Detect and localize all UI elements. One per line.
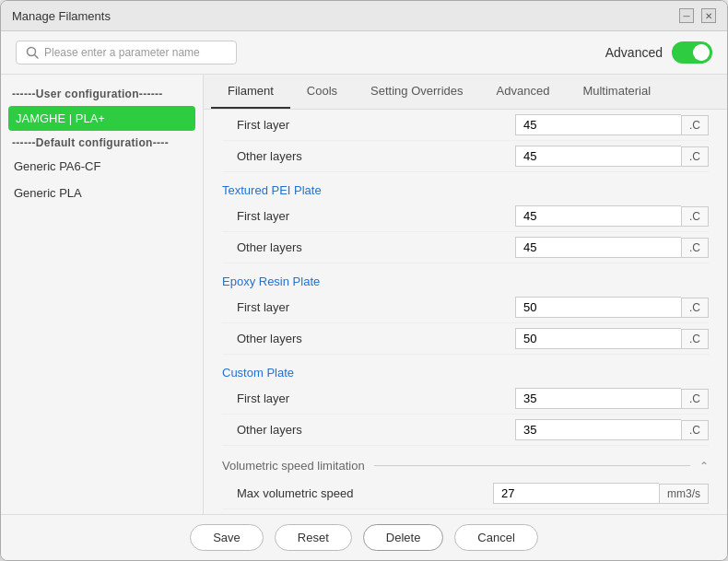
row-textured-other-layers: Other layers .C (222, 232, 709, 263)
custom-first-layer-input[interactable] (515, 388, 681, 409)
right-panel: Filament Cools Setting Overrides Advance… (204, 75, 727, 514)
custom-other-layers-label: Other layers (237, 423, 302, 437)
manage-filaments-window: Manage Filaments ─ ✕ Advanced ------Us (0, 0, 728, 561)
titlebar-controls: ─ ✕ (679, 8, 716, 23)
epoxy-resin-header: Epoxy Resin Plate (222, 263, 709, 292)
tabs-bar: Filament Cools Setting Overrides Advance… (204, 75, 727, 110)
footer: Save Reset Delete Cancel (1, 514, 727, 560)
textured-pei-header: Textured PEI Plate (222, 172, 709, 201)
section-textured-pei: Textured PEI Plate First layer .C Other … (222, 172, 709, 263)
user-config-header: ------User configuration------ (1, 84, 203, 104)
window-title: Manage Filaments (12, 9, 111, 23)
sidebar-item-generic-pa6cf[interactable]: Generic PA6-CF (1, 153, 203, 180)
epoxy-first-layer-input[interactable] (515, 297, 681, 318)
row-custom-other-layers: Other layers .C (222, 415, 709, 446)
section-epoxy-resin: Epoxy Resin Plate First layer .C Other l… (222, 263, 709, 355)
default-config-header: ------Default configuration---- (1, 133, 203, 153)
tab-cools[interactable]: Cools (290, 75, 354, 109)
max-volumetric-speed-input-wrap: mm3/s (493, 483, 709, 504)
textured-first-layer-input[interactable] (515, 205, 681, 227)
smooth-first-layer-input-wrap: .C (515, 114, 709, 135)
sidebar: ------User configuration------ JAMGHE | … (1, 75, 204, 514)
max-volumetric-speed-input[interactable] (493, 483, 659, 504)
content-area: First layer .C Other layers .C (204, 110, 727, 514)
textured-first-layer-label: First layer (237, 209, 289, 223)
smooth-other-layers-input[interactable] (515, 146, 681, 167)
epoxy-first-layer-label: First layer (237, 300, 289, 314)
custom-first-layer-unit: .C (681, 389, 709, 409)
epoxy-other-layers-input[interactable] (515, 328, 681, 349)
row-textured-first-layer: First layer .C (222, 201, 709, 232)
epoxy-other-layers-input-wrap: .C (515, 328, 709, 349)
row-custom-first-layer: First layer .C (222, 383, 709, 415)
save-button[interactable]: Save (190, 524, 264, 551)
advanced-toggle-group: Advanced (605, 41, 712, 64)
volumetric-section-label: Volumetric speed limitation (222, 459, 365, 473)
smooth-first-layer-label: First layer (237, 118, 289, 132)
sidebar-item-generic-pla[interactable]: Generic PLA (1, 180, 203, 206)
textured-first-layer-unit: .C (681, 206, 709, 227)
row-smooth-first-layer: First layer .C (222, 110, 709, 141)
tab-multimaterial[interactable]: Multimaterial (566, 75, 667, 109)
search-icon (26, 46, 39, 59)
textured-other-layers-label: Other layers (237, 240, 302, 254)
tab-setting-overrides[interactable]: Setting Overrides (354, 75, 479, 109)
divider-line (374, 465, 690, 466)
textured-other-layers-input-wrap: .C (515, 237, 709, 258)
custom-first-layer-label: First layer (237, 392, 289, 405)
smooth-other-layers-input-wrap: .C (515, 146, 709, 167)
volumetric-divider-section: Volumetric speed limitation ⌃ (222, 446, 709, 478)
chevron-up-icon[interactable]: ⌃ (699, 460, 709, 473)
smooth-other-layers-unit: .C (681, 146, 709, 167)
epoxy-other-layers-unit: .C (681, 329, 709, 349)
textured-other-layers-input[interactable] (515, 237, 681, 258)
custom-first-layer-input-wrap: .C (515, 388, 709, 409)
search-input[interactable] (44, 46, 227, 59)
custom-plate-header: Custom Plate (222, 355, 709, 383)
epoxy-first-layer-unit: .C (681, 298, 709, 318)
main-content: ------User configuration------ JAMGHE | … (1, 75, 727, 514)
toolbar: Advanced (1, 31, 727, 75)
custom-other-layers-unit: .C (681, 420, 709, 440)
section-custom-plate: Custom Plate First layer .C Other layers… (222, 355, 709, 446)
max-volumetric-speed-label: Max volumetric speed (237, 486, 353, 500)
textured-first-layer-input-wrap: .C (515, 205, 709, 227)
custom-other-layers-input[interactable] (515, 419, 681, 440)
close-button[interactable]: ✕ (701, 8, 716, 23)
minimize-button[interactable]: ─ (679, 8, 694, 23)
smooth-first-layer-unit: .C (681, 115, 709, 135)
row-epoxy-other-layers: Other layers .C (222, 323, 709, 355)
advanced-label: Advanced (605, 45, 663, 60)
advanced-toggle[interactable] (672, 41, 712, 64)
row-max-volumetric-speed: Max volumetric speed mm3/s (222, 478, 709, 509)
reset-button[interactable]: Reset (275, 524, 352, 551)
tab-advanced[interactable]: Advanced (480, 75, 567, 109)
epoxy-first-layer-input-wrap: .C (515, 297, 709, 318)
section-smooth-pei: First layer .C Other layers .C (222, 110, 709, 172)
cancel-button[interactable]: Cancel (454, 524, 537, 551)
smooth-other-layers-label: Other layers (237, 149, 302, 163)
sidebar-item-jamghe-pla[interactable]: JAMGHE | PLA+ (8, 106, 195, 131)
tab-filament[interactable]: Filament (211, 75, 290, 109)
smooth-first-layer-input[interactable] (515, 114, 681, 135)
row-smooth-other-layers: Other layers .C (222, 141, 709, 172)
search-box[interactable] (16, 41, 237, 64)
row-epoxy-first-layer: First layer .C (222, 292, 709, 323)
textured-other-layers-unit: .C (681, 238, 709, 258)
epoxy-other-layers-label: Other layers (237, 332, 302, 345)
delete-button[interactable]: Delete (363, 524, 444, 551)
titlebar: Manage Filaments ─ ✕ (1, 1, 727, 31)
svg-line-1 (35, 55, 39, 59)
max-volumetric-speed-unit: mm3/s (659, 484, 709, 504)
custom-other-layers-input-wrap: .C (515, 419, 709, 440)
